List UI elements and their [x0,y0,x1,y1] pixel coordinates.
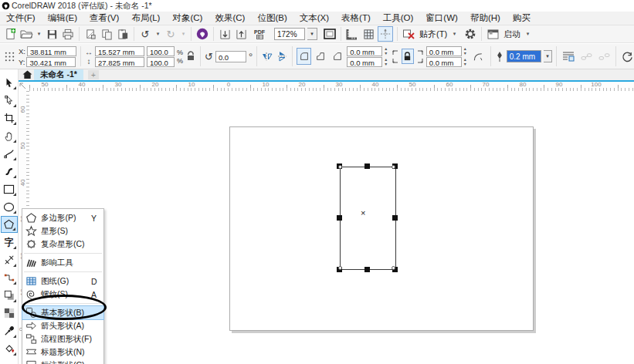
snap-to-button[interactable]: 贴齐(T) [418,29,449,40]
handle-bottom-center[interactable] [364,267,370,272]
zoom-level-caret[interactable]: ▾ [307,28,317,40]
undo-dropdown-caret[interactable]: ▾ [154,31,161,37]
object-center-mark[interactable]: × [361,208,365,217]
corner-node[interactable] [338,266,342,270]
pan-tool[interactable] [1,127,18,144]
application-launcher-icon[interactable] [486,27,500,41]
freehand-tool[interactable] [1,145,18,162]
new-document-icon[interactable] [3,27,17,41]
tab-untitled-1[interactable]: 未命名 -1* [34,69,83,80]
flyout-item-banner-shapes[interactable]: 标题形状(N) [22,345,103,359]
flyout-item-callout-shapes[interactable]: 标注形状(C) [22,359,103,364]
shape-tool[interactable] [1,92,18,109]
menu-edit[interactable]: 编辑(E) [42,12,83,25]
save-icon[interactable] [45,27,59,41]
view-guidelines-icon[interactable] [378,26,393,42]
menu-view[interactable]: 查看(V) [83,12,125,25]
corner-radius-bl-spinner[interactable]: ▴▾ [382,57,389,67]
ellipse-tool[interactable] [1,198,18,215]
publish-pdf-icon[interactable]: PDF [250,27,269,41]
mirror-vertical-icon[interactable] [276,49,288,63]
menu-layout[interactable]: 布局(L) [125,12,166,25]
scale-y-input[interactable]: 100.0 [147,57,175,67]
x-position-input[interactable]: 38.811 mm [27,46,76,56]
undo-icon[interactable]: ↺ [138,27,152,41]
flyout-item-arrow-shapes[interactable]: 箭头形状(A) [22,319,103,332]
ruler-origin-box[interactable] [19,82,30,91]
link-group-icon[interactable] [578,49,594,63]
menu-text[interactable]: 文本(X) [293,12,335,25]
open-dropdown-caret[interactable]: ▾ [36,31,42,37]
import-icon[interactable] [218,27,232,41]
corner-radius-br-input[interactable]: 0.0 mm [426,57,462,67]
drop-shadow-tool[interactable] [1,287,18,304]
fillet-scallop-chamfer-icon[interactable] [471,49,487,63]
rectangle-tool[interactable] [1,180,18,197]
handle-top-center[interactable] [364,163,370,169]
crop-tool[interactable] [1,110,18,126]
drawing-canvas[interactable]: × [29,91,634,364]
flyout-item-flowchart-shapes[interactable]: 流程图形状(F) [22,332,103,345]
cut-icon[interactable] [83,27,97,41]
flyout-item-polygon[interactable]: 多边形(P) Y [22,211,103,224]
polygon-tool[interactable] [1,216,18,233]
pick-tool[interactable] [1,74,18,91]
redo-dropdown-caret[interactable]: ▾ [180,31,187,37]
flyout-item-complex-star[interactable]: 复杂星形(C) [22,238,103,251]
print-icon[interactable] [61,27,75,41]
menu-bitmaps[interactable]: 位图(B) [251,12,293,25]
connector-tool[interactable] [1,269,18,286]
y-position-input[interactable]: 30.421 mm [26,57,76,67]
rotation-input[interactable]: 0.0 [215,51,246,62]
corner-node[interactable] [392,266,395,270]
scale-x-input[interactable]: 100.0 [147,46,175,56]
artistic-media-tool[interactable] [1,163,18,180]
scalloped-corner-button[interactable] [314,48,328,65]
application-launcher-caret[interactable]: ▾ [524,31,531,37]
flyout-item-impact-tool[interactable]: 影响工具 [22,256,103,269]
export-icon[interactable] [234,27,248,41]
eyedropper-tool[interactable] [1,322,18,339]
menu-tools[interactable]: 工具(O) [377,12,420,25]
unlink-group-icon[interactable] [596,49,612,63]
dimension-tool[interactable] [1,251,18,268]
menu-help[interactable]: 帮助(H) [464,12,507,25]
object-width-input[interactable]: 15.527 mm [95,46,144,56]
text-tool[interactable]: 字 [1,234,18,251]
redo-icon[interactable]: ↻ [164,27,178,41]
flyout-item-star[interactable]: 星形(S) [22,224,103,238]
menu-buy[interactable]: 购买 [507,12,537,25]
menu-table[interactable]: 表格(T) [335,12,377,25]
menu-window[interactable]: 窗口(W) [419,12,464,25]
flyout-item-basic-shapes[interactable]: 基本形状(B) [22,306,103,319]
menu-object[interactable]: 对象(C) [166,12,209,25]
options-gear-icon[interactable] [463,27,477,41]
flyout-item-graph-paper[interactable]: 图纸(G) D [22,275,103,288]
paste-icon[interactable] [116,27,130,41]
interactive-fill-tool[interactable] [1,340,18,357]
open-icon[interactable] [19,27,33,41]
menu-file[interactable]: 文件(F) [0,12,42,25]
convert-to-curves-icon[interactable] [620,49,634,63]
transparency-tool[interactable] [1,305,18,322]
corner-node[interactable] [392,165,395,169]
search-content-icon[interactable] [195,27,209,41]
snap-to-caret[interactable]: ▾ [451,31,458,37]
chamfered-corner-button[interactable] [331,48,345,65]
view-grid-icon[interactable] [361,27,375,41]
outline-width-combo[interactable]: 0.2 mm [507,50,541,62]
round-corner-button[interactable] [297,48,311,65]
flyout-item-spiral[interactable]: 螺纹(S) A [22,288,103,301]
corner-radius-tl-input[interactable]: 0.0 mm [347,46,382,56]
corner-node[interactable] [338,165,342,169]
selected-rectangle-object[interactable] [340,167,396,270]
object-height-input[interactable]: 27.825 mm [95,57,144,67]
corner-radius-br-spinner[interactable]: ▴▾ [462,57,469,67]
copy-icon[interactable] [100,27,114,41]
lock-ratio-icon[interactable] [185,49,196,63]
handle-middle-left[interactable] [337,215,342,221]
new-tab-button[interactable]: + [88,70,99,79]
snap-off-icon[interactable] [402,27,415,41]
view-rulers-icon[interactable] [345,27,359,41]
corner-radius-tl-spinner[interactable]: ▴▾ [382,46,389,56]
